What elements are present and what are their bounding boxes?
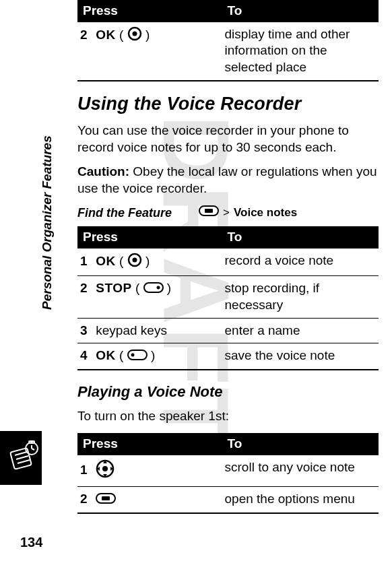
step-num: 3 xyxy=(80,323,92,339)
step-num: 1 xyxy=(80,462,92,479)
svg-point-17 xyxy=(131,354,134,357)
step-desc: open the options menu xyxy=(222,487,379,513)
page-content: Press To 2 OK ( ) display time and other… xyxy=(0,0,392,514)
svg-point-19 xyxy=(102,466,108,471)
table-row: 2 STOP ( ) stop recording, if necessary xyxy=(77,276,379,318)
caution-text: Caution: Obey the local law or regulatio… xyxy=(77,164,379,197)
svg-rect-14 xyxy=(144,283,163,292)
paren-close: ) xyxy=(145,28,150,42)
table-row: 2 OK ( ) display time and other informat… xyxy=(77,22,379,81)
play-intro-text: To turn on the speaker 1st: xyxy=(77,408,379,425)
paren-open: ( xyxy=(119,254,123,268)
step-num: 2 xyxy=(80,280,92,297)
nav-key-icon xyxy=(96,459,115,483)
paren-close: ) xyxy=(167,281,171,295)
menu-path-text: Voice notes xyxy=(234,205,297,220)
step-desc: save the voice note xyxy=(222,343,379,370)
svg-point-13 xyxy=(132,257,137,262)
key-label: OK xyxy=(96,254,116,268)
vr-intro-text: You can use the voice recorder in your p… xyxy=(77,123,379,156)
right-soft-key-icon xyxy=(143,281,164,298)
key-label: STOP xyxy=(96,281,131,295)
table-row: 1 OK ( ) record a voice note xyxy=(77,249,379,276)
table-row: 4 OK ( ) save the voice note xyxy=(77,343,379,370)
key-label: OK xyxy=(96,28,116,42)
paren-close: ) xyxy=(151,348,155,362)
table-row: 1 scroll to any voice note xyxy=(77,455,379,487)
step-num: 1 xyxy=(80,253,92,270)
paren-open: ( xyxy=(135,281,139,295)
step-num: 4 xyxy=(80,347,92,364)
steps-table-top: Press To 2 OK ( ) display time and other… xyxy=(77,0,379,81)
left-soft-key-icon xyxy=(127,348,148,365)
step-desc: scroll to any voice note xyxy=(222,455,379,487)
step-desc: record a voice note xyxy=(222,249,379,276)
col-to: To xyxy=(222,0,379,22)
find-feature-label: Find the Feature xyxy=(77,205,172,221)
center-select-key-icon xyxy=(127,253,142,272)
col-to: To xyxy=(222,226,379,249)
caution-lead: Caution: xyxy=(77,164,129,178)
step-desc: stop recording, if necessary xyxy=(222,276,379,318)
key-label: keypad keys xyxy=(96,323,167,337)
svg-point-9 xyxy=(132,31,137,36)
sidebar-section-label: Personal Organizer Features xyxy=(39,135,56,310)
col-press: Press xyxy=(77,433,222,455)
step-desc: display time and other information on th… xyxy=(222,22,379,81)
svg-rect-16 xyxy=(128,350,147,360)
table-row: 3 keypad keys enter a name xyxy=(77,318,379,343)
paren-open: ( xyxy=(119,28,123,42)
svg-point-15 xyxy=(156,286,160,290)
svg-rect-25 xyxy=(102,496,110,500)
center-select-key-icon xyxy=(127,26,142,46)
col-press: Press xyxy=(77,226,222,249)
menu-key-icon xyxy=(96,492,116,508)
svg-rect-11 xyxy=(205,209,213,213)
page-number: 134 xyxy=(20,533,42,551)
col-to: To xyxy=(222,433,379,455)
find-feature-path: > Voice notes xyxy=(199,205,297,220)
find-the-feature: Find the Feature > Voice notes xyxy=(77,205,379,221)
gt: > xyxy=(223,205,230,220)
table-row: 2 open the options menu xyxy=(77,487,379,513)
steps-table-recorder: Press To 1 OK ( ) record a voice note xyxy=(77,226,379,370)
col-press: Press xyxy=(77,0,222,22)
paren-open: ( xyxy=(119,348,123,362)
heading-voice-recorder: Using the Voice Recorder xyxy=(77,92,379,116)
step-num: 2 xyxy=(80,27,92,44)
key-label: OK xyxy=(96,348,116,362)
heading-playing: Playing a Voice Note xyxy=(77,383,379,402)
menu-key-icon xyxy=(199,205,219,220)
steps-table-play: Press To 1 xyxy=(77,433,379,514)
paren-close: ) xyxy=(145,254,150,268)
step-num: 2 xyxy=(80,491,92,508)
step-desc: enter a name xyxy=(222,318,379,343)
